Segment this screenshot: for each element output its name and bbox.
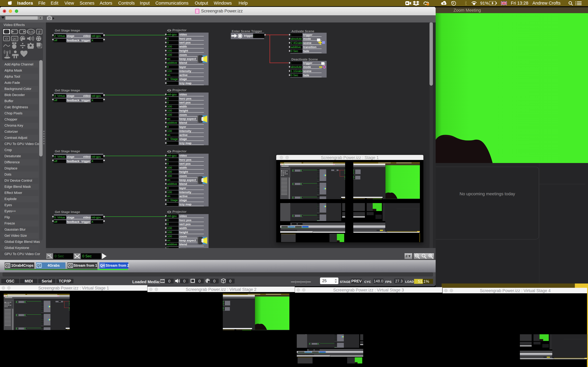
- svg-text:QC: QC: [13, 37, 17, 40]
- svg-text:GLSL: GLSL: [27, 30, 34, 33]
- svg-text:ff: ff: [38, 30, 41, 34]
- svg-text:CI: CI: [5, 37, 8, 40]
